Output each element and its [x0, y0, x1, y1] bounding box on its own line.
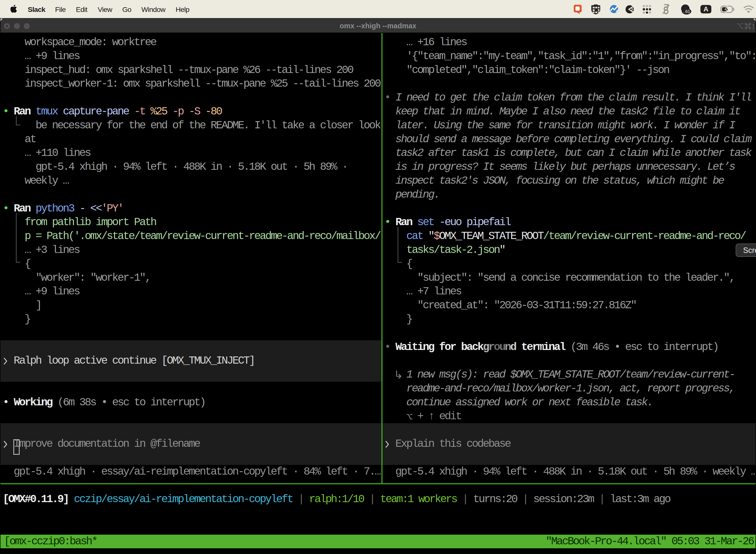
- svg-text:1: 1: [752, 23, 754, 30]
- svg-text:..61: ..61: [683, 9, 690, 14]
